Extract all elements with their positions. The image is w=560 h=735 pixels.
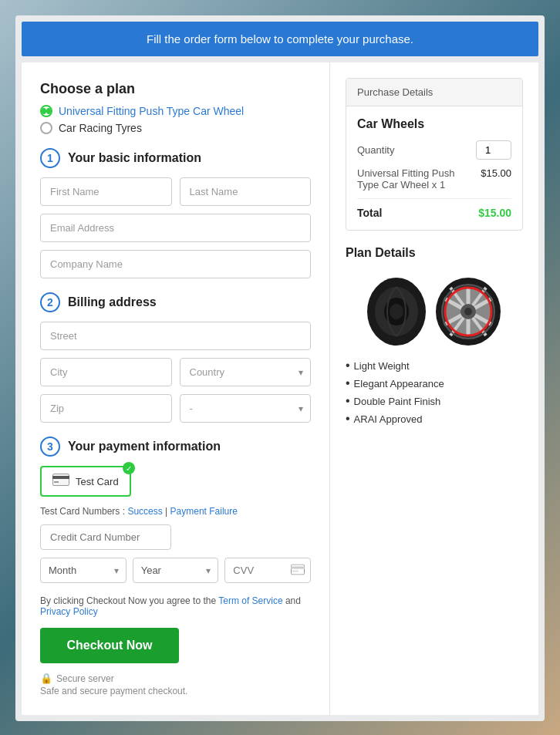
test-card-label: Test Card Numbers :	[40, 506, 127, 517]
terms-text-2: and	[283, 595, 301, 606]
city-country-row: Country United States United Kingdom Can…	[40, 358, 311, 386]
name-row	[40, 177, 311, 206]
test-card-numbers: Test Card Numbers : Success | Payment Fa…	[40, 506, 311, 517]
section-billing-header: 2 Billing address	[40, 292, 311, 312]
radio-universal[interactable]	[40, 105, 52, 117]
svg-rect-0	[53, 474, 69, 486]
country-select[interactable]: Country United States United Kingdom Can…	[180, 358, 312, 386]
feature-item: Double Paint Finish	[346, 394, 523, 408]
plan-option-2[interactable]: Car Racing Tyres	[40, 122, 311, 134]
section-title-2: Billing address	[68, 295, 157, 309]
first-name-field	[40, 177, 172, 206]
outer-wrapper: Fill the order form below to complete yo…	[15, 15, 545, 721]
right-panel: Purchase Details Car Wheels Quantity Uni…	[330, 62, 538, 715]
feature-item: Elegant Appearance	[346, 376, 523, 390]
section-payment-header: 3 Your payment information	[40, 437, 311, 457]
quantity-label: Quantity	[357, 144, 394, 156]
svg-rect-5	[292, 570, 299, 571]
cc-number-wrapper	[40, 524, 311, 550]
purchase-details-title: Purchase Details	[346, 79, 522, 106]
section-number-3: 3	[40, 437, 60, 457]
state-select-wrapper: - AL AK CA NY TX	[180, 394, 312, 423]
radio-racing[interactable]	[40, 122, 52, 134]
total-label: Total	[357, 207, 382, 219]
month-year-cvv-row: Month 010203 040506 070809 101112 Year 2…	[40, 558, 311, 583]
item-name: Universal Fitting Push Type Car Wheel x …	[357, 167, 481, 190]
choose-plan-title: Choose a plan	[40, 81, 311, 97]
state-select[interactable]: - AL AK CA NY TX	[180, 394, 312, 423]
top-banner: Fill the order form below to complete yo…	[22, 22, 538, 56]
zip-state-row: - AL AK CA NY TX	[40, 394, 311, 423]
state-field: - AL AK CA NY TX	[180, 394, 312, 423]
payment-check-icon: ✓	[123, 462, 135, 474]
zip-field	[40, 394, 172, 423]
svg-point-19	[464, 308, 472, 315]
secure-subtext: Safe and secure payment checkout.	[40, 686, 311, 696]
quantity-row: Quantity	[357, 140, 511, 160]
city-field	[40, 358, 172, 386]
plan-features: Light Weight Elegant Appearance Double P…	[346, 359, 523, 426]
success-link[interactable]: Success	[127, 506, 162, 517]
feature-item: Light Weight	[346, 359, 523, 373]
email-input[interactable]	[40, 214, 311, 242]
terms-of-service-link[interactable]: Term of Service	[218, 595, 282, 606]
city-input[interactable]	[40, 358, 172, 386]
company-row	[40, 250, 311, 278]
street-input[interactable]	[40, 322, 311, 350]
section-title-1: Your basic information	[68, 151, 201, 165]
item-price: $15.00	[481, 167, 511, 179]
card-icon	[52, 474, 69, 489]
tyre-alloy-icon	[433, 273, 503, 346]
section-title-3: Your payment information	[68, 440, 221, 453]
purchase-details-box: Purchase Details Car Wheels Quantity Uni…	[346, 78, 523, 231]
country-field: Country United States United Kingdom Can…	[180, 358, 312, 386]
total-row: Total $15.00	[357, 207, 511, 219]
tyre-images	[346, 269, 523, 346]
last-name-input[interactable]	[180, 177, 312, 206]
payment-method-box[interactable]: Test Card ✓	[40, 466, 131, 497]
street-row	[40, 322, 311, 350]
left-panel: Choose a plan Universal Fitting Push Typ…	[22, 62, 330, 715]
terms-text-1: By clicking Checkout Now you agree to th…	[40, 595, 218, 606]
banner-text: Fill the order form below to complete yo…	[147, 32, 413, 46]
total-price: $15.00	[478, 207, 511, 219]
country-select-wrapper: Country United States United Kingdom Can…	[180, 358, 312, 386]
email-row	[40, 214, 311, 242]
feature-item: ARAI Approved	[346, 412, 523, 426]
month-select[interactable]: Month 010203 040506 070809 101112	[40, 558, 127, 583]
terms-text: By clicking Checkout Now you agree to th…	[40, 595, 311, 617]
svg-rect-2	[54, 481, 59, 483]
year-select[interactable]: Year 202420252026 202720282029 2030	[133, 558, 219, 583]
svg-rect-1	[52, 476, 69, 479]
company-input[interactable]	[40, 250, 311, 278]
section-number-1: 1	[40, 148, 60, 168]
zip-input[interactable]	[40, 394, 172, 423]
tyre-rubber-icon	[366, 273, 427, 346]
item-row: Universal Fitting Push Type Car Wheel x …	[357, 167, 511, 199]
last-name-field	[180, 177, 312, 206]
checkout-button[interactable]: Checkout Now	[40, 628, 179, 663]
product-title: Car Wheels	[357, 117, 511, 131]
cvv-wrapper	[224, 558, 311, 583]
secure-label: Secure server	[56, 673, 114, 684]
plan-details-title: Plan Details	[346, 246, 523, 260]
failure-link[interactable]: Payment Failure	[170, 506, 238, 517]
svg-rect-3	[292, 565, 305, 575]
payment-method-label: Test Card	[76, 476, 119, 487]
plan-label-universal: Universal Fitting Push Type Car Wheel	[59, 105, 244, 117]
plan-option-1[interactable]: Universal Fitting Push Type Car Wheel	[40, 105, 311, 117]
cc-number-input[interactable]	[40, 524, 171, 550]
section-number-2: 2	[40, 292, 60, 312]
quantity-input[interactable]	[476, 140, 511, 160]
section-basic-info-header: 1 Your basic information	[40, 148, 311, 168]
lock-icon: 🔒	[40, 673, 52, 684]
first-name-input[interactable]	[40, 177, 172, 206]
privacy-policy-link[interactable]: Privacy Policy	[40, 606, 98, 617]
main-content: Choose a plan Universal Fitting Push Typ…	[22, 62, 538, 715]
cvv-icon	[291, 564, 305, 577]
svg-point-9	[390, 304, 403, 319]
secure-text: 🔒 Secure server	[40, 673, 311, 684]
year-select-wrapper: Year 202420252026 202720282029 2030	[133, 558, 219, 583]
svg-rect-4	[291, 566, 305, 568]
plan-label-racing: Car Racing Tyres	[59, 122, 142, 134]
